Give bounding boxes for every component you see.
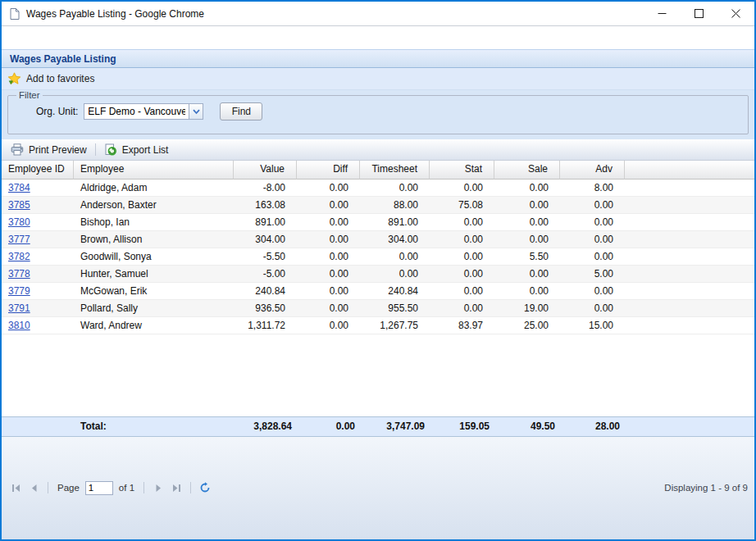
column-header-sale[interactable]: Sale <box>494 161 560 180</box>
column-header-diff[interactable]: Diff <box>297 161 360 180</box>
close-button[interactable] <box>717 2 754 25</box>
grid-empty-area <box>2 334 754 416</box>
cell-employee: Aldridge, Adam <box>74 180 234 196</box>
cell-sale: 0.00 <box>494 180 560 196</box>
table-row[interactable]: 3810Ward, Andrew1,311.720.001,267.7583.9… <box>2 317 754 334</box>
refresh-icon <box>199 482 211 493</box>
page-input[interactable] <box>85 481 113 495</box>
employee-id-link[interactable]: 3778 <box>8 268 30 280</box>
maximize-icon <box>695 9 704 18</box>
column-header-stat[interactable]: Stat <box>430 161 494 180</box>
export-list-button[interactable]: Export List <box>100 142 173 158</box>
next-page-button[interactable] <box>151 480 166 495</box>
employee-id-link[interactable]: 3791 <box>8 302 30 314</box>
cell-diff: 0.00 <box>297 214 360 230</box>
employee-id-link[interactable]: 3780 <box>8 216 30 228</box>
org-unit-label: Org. Unit: <box>36 106 78 117</box>
column-header-id[interactable]: Employee ID <box>2 161 74 180</box>
total-value: 3,828.64 <box>234 417 297 436</box>
cell-sale: 0.00 <box>494 231 560 248</box>
cell-id: 3791 <box>2 300 74 316</box>
employee-id-link[interactable]: 3779 <box>8 285 30 297</box>
row-filler <box>625 283 754 299</box>
chevron-down-icon <box>193 109 200 115</box>
maximize-button[interactable] <box>681 2 717 25</box>
employee-id-link[interactable]: 3782 <box>8 251 30 262</box>
total-timesheet: 3,747.09 <box>360 417 430 436</box>
cell-timesheet: 891.00 <box>360 214 430 230</box>
first-page-button[interactable] <box>8 480 23 495</box>
employee-id-link[interactable]: 3785 <box>8 199 30 211</box>
cell-id: 3785 <box>2 197 74 213</box>
star-add-icon <box>7 72 21 85</box>
row-filler <box>625 248 754 265</box>
table-row[interactable]: 3784Aldridge, Adam-8.000.000.000.000.008… <box>2 180 754 197</box>
table-row[interactable]: 3785Anderson, Baxter163.080.0088.0075.08… <box>2 197 754 214</box>
cell-sale: 5.50 <box>494 248 560 265</box>
cell-adv: 0.00 <box>560 300 625 316</box>
total-sale: 49.50 <box>494 417 560 436</box>
window-title: Wages Payable Listing - Google Chrome <box>26 8 204 20</box>
table-row[interactable]: 3778Hunter, Samuel-5.000.000.000.000.005… <box>2 266 754 283</box>
table-row[interactable]: 3779McGowan, Erik240.840.00240.840.000.0… <box>2 283 754 300</box>
minimize-button[interactable] <box>644 2 681 25</box>
employee-id-link[interactable]: 3777 <box>8 234 30 245</box>
table-row[interactable]: 3791Pollard, Sally936.500.00955.500.0019… <box>2 300 754 317</box>
prev-page-button[interactable] <box>26 480 41 495</box>
cell-diff: 0.00 <box>297 231 360 248</box>
cell-employee: Anderson, Baxter <box>74 197 234 213</box>
column-header-adv[interactable]: Adv <box>560 161 625 180</box>
total-stat: 159.05 <box>430 417 494 436</box>
find-button[interactable]: Find <box>220 102 262 120</box>
employee-id-link[interactable]: 3784 <box>8 182 30 193</box>
row-filler <box>625 214 754 230</box>
cell-sale: 0.00 <box>494 266 560 282</box>
cell-id: 3779 <box>2 283 74 299</box>
cell-value: 936.50 <box>234 300 297 316</box>
prev-page-icon <box>30 484 39 493</box>
total-adv: 28.00 <box>560 417 625 436</box>
table-row[interactable]: 3780Bishop, Ian891.000.00891.000.000.000… <box>2 214 754 231</box>
refresh-button[interactable] <box>198 480 212 495</box>
cell-stat: 0.00 <box>430 231 494 248</box>
cell-employee: Bishop, Ian <box>74 214 234 230</box>
filter-fieldset: Filter Org. Unit: Find <box>7 90 749 134</box>
cell-diff: 0.00 <box>297 300 360 316</box>
page-of-label: of 1 <box>119 483 134 493</box>
cell-employee: Goodwill, Sonya <box>74 248 234 265</box>
export-list-label: Export List <box>122 144 169 156</box>
cell-diff: 0.00 <box>297 248 360 265</box>
org-unit-dropdown-trigger[interactable] <box>189 103 203 120</box>
cell-diff: 0.00 <box>297 180 360 196</box>
cell-sale: 0.00 <box>494 283 560 299</box>
add-to-favorites-button[interactable]: Add to favorites <box>7 72 94 85</box>
paging-separator <box>48 482 48 493</box>
employee-id-link[interactable]: 3810 <box>8 320 30 331</box>
window-controls <box>644 2 754 25</box>
column-header-value[interactable]: Value <box>234 161 297 180</box>
column-header-timesheet[interactable]: Timesheet <box>360 161 430 180</box>
last-page-button[interactable] <box>169 480 184 495</box>
cell-value: 891.00 <box>234 214 297 230</box>
cell-diff: 0.00 <box>297 197 360 213</box>
cell-value: -5.50 <box>234 248 297 265</box>
close-icon <box>731 9 740 18</box>
cell-timesheet: 1,267.75 <box>360 317 430 334</box>
cell-stat: 0.00 <box>430 248 494 265</box>
org-unit-select[interactable] <box>84 103 203 120</box>
print-preview-button[interactable]: Print Preview <box>7 142 91 157</box>
content-top-strip <box>2 26 754 49</box>
cell-adv: 0.00 <box>560 248 625 265</box>
org-unit-input[interactable] <box>84 103 189 120</box>
page-label: Page <box>57 483 80 493</box>
row-filler <box>625 300 754 316</box>
cell-timesheet: 0.00 <box>360 248 430 265</box>
cell-value: -8.00 <box>234 180 297 196</box>
cell-sale: 19.00 <box>494 300 560 316</box>
cell-adv: 8.00 <box>560 180 625 196</box>
column-header-employee[interactable]: Employee <box>74 161 234 180</box>
cell-sale: 0.00 <box>494 214 560 230</box>
cell-value: -5.00 <box>234 266 297 282</box>
table-row[interactable]: 3782Goodwill, Sonya-5.500.000.000.005.50… <box>2 248 754 266</box>
table-row[interactable]: 3777Brown, Allison304.000.00304.000.000.… <box>2 231 754 248</box>
